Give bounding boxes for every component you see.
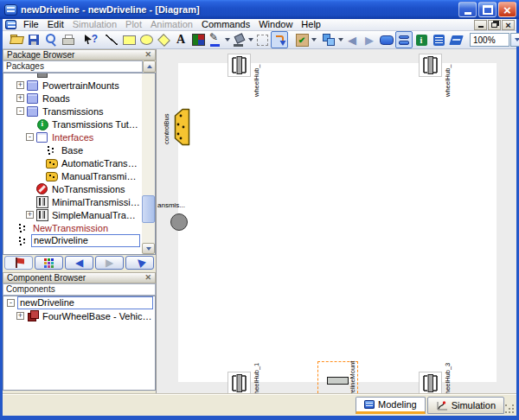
driveline-mount-component[interactable] bbox=[327, 377, 349, 385]
zoom-button[interactable] bbox=[42, 31, 60, 48]
tree-item[interactable]: NoTransmissions bbox=[3, 182, 142, 195]
scroll-down-button[interactable] bbox=[142, 243, 155, 254]
tree-item[interactable]: newDriveline bbox=[3, 234, 142, 247]
resize-grip[interactable] bbox=[504, 404, 515, 414]
context-help-button[interactable] bbox=[82, 31, 99, 48]
expander-icon[interactable]: - bbox=[16, 107, 24, 115]
package-browser-header[interactable]: Package Browser ✕ bbox=[3, 49, 156, 60]
tree-item[interactable]: + PowertrainMounts bbox=[3, 79, 142, 92]
wheel-hub-rear-left[interactable] bbox=[227, 372, 251, 393]
next-button[interactable] bbox=[361, 31, 378, 48]
component-browser-header[interactable]: Component Browser ✕ bbox=[3, 272, 156, 283]
line-color-button[interactable] bbox=[207, 31, 224, 48]
print-button[interactable] bbox=[60, 31, 77, 48]
mdi-child-icon[interactable] bbox=[5, 20, 16, 29]
title-bar[interactable]: newDriveline - newDriveline - [Diagram] bbox=[0, 0, 519, 19]
package-browser-title: Package Browser bbox=[7, 50, 74, 60]
menu-file[interactable]: File bbox=[19, 19, 43, 30]
modelica-text-button[interactable] bbox=[430, 31, 447, 48]
tree-item[interactable]: - Transmissions bbox=[3, 105, 142, 118]
wheel-hub-front-right[interactable] bbox=[419, 54, 442, 77]
tree-item[interactable]: NewTransmission bbox=[3, 221, 142, 234]
zoom-level-value[interactable]: 100% bbox=[470, 33, 509, 47]
maximize-button[interactable] bbox=[478, 2, 497, 17]
scrollbar-thumb[interactable] bbox=[142, 195, 155, 223]
bitmap-tool-button[interactable] bbox=[189, 31, 207, 48]
tab-simulation[interactable]: Simulation bbox=[427, 397, 504, 414]
diagram-view-button[interactable] bbox=[395, 31, 413, 48]
wheel-hub-rear-right[interactable] bbox=[419, 372, 442, 393]
expander-icon[interactable]: + bbox=[16, 81, 24, 89]
diagram-canvas[interactable] bbox=[178, 63, 497, 382]
text-editor-button[interactable] bbox=[447, 31, 465, 48]
previous-button[interactable] bbox=[343, 31, 361, 48]
copy-class-dropdown[interactable] bbox=[337, 32, 343, 48]
control-bus-connector[interactable] bbox=[171, 108, 190, 146]
expander-icon[interactable]: + bbox=[16, 312, 24, 320]
close-button[interactable] bbox=[498, 2, 516, 17]
tree-item[interactable]: - newDriveline bbox=[3, 296, 155, 309]
minimize-button[interactable] bbox=[458, 2, 477, 17]
line-tool-button[interactable] bbox=[103, 31, 120, 48]
mdi-minimize-button[interactable] bbox=[474, 20, 487, 30]
polygon-icon bbox=[157, 34, 170, 47]
expander-icon[interactable]: + bbox=[16, 94, 24, 102]
right-arrow-icon bbox=[106, 257, 113, 269]
tree-item[interactable]: Base bbox=[3, 143, 142, 156]
tree-item[interactable]: AutomaticTransmissionBus bbox=[3, 156, 142, 169]
package-browser-close-icon[interactable]: ✕ bbox=[144, 51, 151, 59]
tree-item[interactable]: + Roads bbox=[3, 92, 142, 105]
open-button[interactable] bbox=[8, 31, 25, 48]
icon-view-button[interactable] bbox=[378, 31, 395, 48]
save-button[interactable] bbox=[25, 31, 42, 48]
diagram-view[interactable]: wheelHub_ wheelHub_ controlBus ansmis... bbox=[156, 49, 516, 393]
rectangle-icon bbox=[123, 35, 136, 45]
fill-color-dropdown[interactable] bbox=[247, 32, 253, 48]
polygon-tool-button[interactable] bbox=[155, 31, 172, 48]
transmission-flange-connector[interactable] bbox=[170, 213, 188, 231]
show-libraries-button[interactable] bbox=[35, 256, 63, 270]
fill-color-button[interactable] bbox=[230, 31, 247, 48]
show-package-browser-button[interactable] bbox=[4, 256, 33, 270]
navigate-forward-button[interactable] bbox=[95, 256, 124, 270]
tree-item[interactable]: Transmissions Tutorial bbox=[3, 118, 142, 130]
tab-modeling[interactable]: Modeling bbox=[356, 397, 426, 414]
package-icon bbox=[27, 92, 39, 104]
copy-class-button[interactable] bbox=[320, 31, 337, 48]
rectangle-tool-button[interactable] bbox=[120, 31, 138, 48]
expander-icon[interactable]: - bbox=[26, 133, 34, 141]
check-model-button[interactable] bbox=[293, 31, 311, 48]
zoom-level-combo[interactable]: 100% bbox=[470, 33, 519, 47]
expander-icon[interactable]: - bbox=[7, 299, 15, 307]
driveline-mount-label: velineMount bbox=[349, 361, 356, 393]
ellipse-tool-button[interactable] bbox=[138, 31, 155, 48]
component-browser-close-icon[interactable]: ✕ bbox=[144, 274, 151, 282]
tree-item[interactable]: + FourWheelBase - VehicleInterfaces.Dri.… bbox=[3, 309, 155, 322]
modeling-icon bbox=[364, 400, 375, 409]
line-color-dropdown[interactable] bbox=[224, 32, 230, 48]
check-model-dropdown[interactable] bbox=[311, 32, 317, 48]
grid-button[interactable] bbox=[253, 31, 271, 48]
forward-arrow-icon bbox=[365, 34, 374, 47]
tree-item[interactable]: MinimalTransmission bbox=[3, 195, 142, 208]
expander-icon[interactable]: + bbox=[26, 211, 34, 219]
menu-window[interactable]: Window bbox=[254, 19, 297, 30]
mdi-close-button[interactable] bbox=[502, 20, 515, 30]
navigate-up-button[interactable] bbox=[125, 256, 154, 270]
mdi-restore-button[interactable] bbox=[488, 20, 501, 30]
menu-commands[interactable]: Commands bbox=[197, 19, 254, 30]
wheel-hub-front-left[interactable] bbox=[227, 54, 251, 77]
tree-item[interactable]: + SimpleManualTransmission bbox=[3, 208, 142, 221]
scroll-up-button[interactable] bbox=[143, 60, 156, 73]
menu-help[interactable]: Help bbox=[297, 19, 325, 30]
tree-item[interactable]: - Interfaces bbox=[3, 130, 142, 143]
diagram-layer-icon bbox=[399, 35, 409, 45]
menu-edit[interactable]: Edit bbox=[43, 19, 68, 30]
zoom-level-dropdown[interactable] bbox=[510, 33, 519, 47]
navigate-back-button[interactable] bbox=[65, 256, 93, 270]
package-tree-scrollbar[interactable] bbox=[142, 73, 155, 254]
documentation-button[interactable] bbox=[413, 31, 430, 48]
tree-item[interactable]: ManualTransmissionBus bbox=[3, 169, 142, 182]
text-tool-button[interactable] bbox=[172, 31, 189, 48]
connect-mode-button[interactable] bbox=[271, 31, 288, 48]
